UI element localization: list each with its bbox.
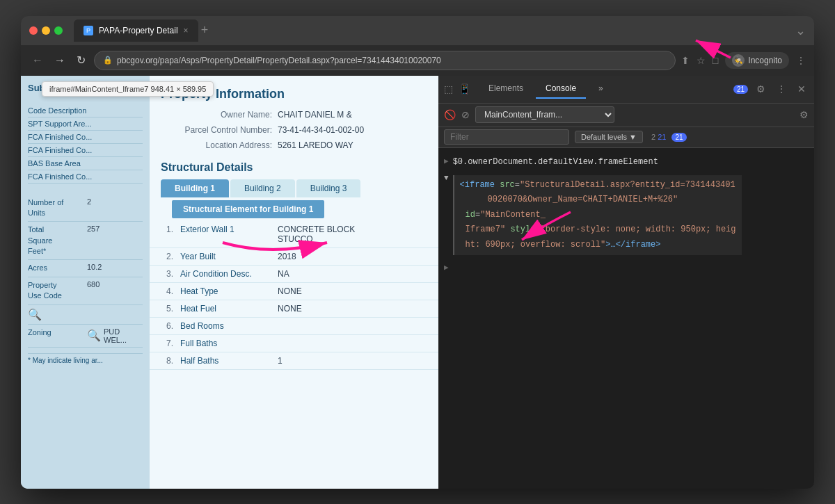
- sidebar-item-fca1: FCA Finished Co...: [28, 131, 143, 144]
- console-line-1: ▶ $0.ownerDocument.defaultView.frameElem…: [444, 154, 809, 170]
- info-row-parcel: Parcel Control Number: 73-41-44-34-01-00…: [150, 122, 438, 138]
- owner-value: CHAIT DANIEL M &: [278, 110, 352, 120]
- struct-num-5: 5.: [166, 304, 180, 314]
- address-input[interactable]: 🔒 pbcgov.org/papa/Asps/PropertyDetail/Pr…: [94, 51, 676, 70]
- data-row-acres: Acres 10.2: [28, 260, 143, 277]
- struct-num-6: 6.: [166, 321, 180, 331]
- new-tab-button[interactable]: +: [201, 23, 209, 38]
- filter-input[interactable]: [444, 129, 569, 145]
- tab-title: PAPA-Property Detail: [99, 26, 178, 35]
- struct-row-3: 3. Air Condition Desc. NA: [150, 266, 438, 283]
- tab-close-icon[interactable]: ×: [184, 26, 189, 35]
- parcel-label: Parcel Control Number:: [161, 125, 272, 135]
- browser-window: P PAPA-Property Detail × + ⌄ ← → ↻ 🔒 pbc…: [21, 16, 814, 489]
- close-devtools-icon[interactable]: ✕: [795, 81, 809, 97]
- sidebar-item-fca3: FCA Finished Co...: [28, 170, 143, 184]
- incognito-label: Incognito: [748, 56, 782, 65]
- struct-value-4: NONE: [278, 286, 302, 296]
- struct-value-5: NONE: [278, 304, 302, 314]
- console-line-2: ▼ <iframe src="StructuralDetail.aspx?ent…: [444, 170, 809, 261]
- extensions-icon[interactable]: □: [713, 55, 718, 66]
- devtools-tab-console[interactable]: Console: [536, 79, 586, 99]
- tab-bar: P PAPA-Property Detail × +: [74, 19, 790, 42]
- struct-label-8: Half Baths: [180, 356, 278, 366]
- active-tab[interactable]: P PAPA-Property Detail ×: [74, 19, 198, 42]
- incognito-button[interactable]: 🕵 Incognito: [725, 52, 789, 69]
- struct-num-7: 7.: [166, 339, 180, 348]
- sidebar-item-fca2: FCA Finished Co...: [28, 144, 143, 157]
- structural-element-header: Structural Element for Building 1: [172, 200, 324, 218]
- sidebar-item-code: Code Description: [28, 104, 143, 117]
- property-panel: Property Information Owner Name: CHAIT D…: [150, 76, 438, 489]
- arrow-expand-1: ▶: [444, 156, 449, 168]
- console-clear-icon[interactable]: 🚫: [444, 109, 456, 120]
- address-label: Location Address:: [161, 140, 272, 150]
- owner-label: Owner Name:: [161, 110, 272, 120]
- struct-row-6: 6. Bed Rooms: [150, 318, 438, 335]
- struct-row-5: 5. Heat Fuel NONE: [150, 300, 438, 318]
- sidebar-item-label: FCA Finished Co...: [28, 172, 92, 181]
- building-tab-3[interactable]: Building 3: [296, 179, 361, 197]
- back-button[interactable]: ←: [29, 51, 46, 70]
- struct-label-6: Bed Rooms: [180, 321, 278, 331]
- sidebar-item-bas: BAS Base Area: [28, 157, 143, 170]
- struct-num-1: 1.: [166, 225, 180, 234]
- device-icon[interactable]: 📱: [459, 83, 470, 95]
- data-value-sqft: 257: [87, 225, 100, 233]
- url-text: pbcgov.org/papa/Asps/PropertyDetail/Prop…: [117, 56, 441, 65]
- inspect-icon[interactable]: ⬚: [444, 83, 453, 95]
- tooltip-text: iframe#MainContent_Iframe7 948.41 × 589.…: [49, 85, 206, 93]
- struct-label-2: Year Built: [180, 252, 278, 261]
- sidebar-item-label: Code Description: [28, 106, 86, 115]
- data-label-use-code: PropertyUse Code: [28, 280, 87, 302]
- data-value-units: 2: [87, 197, 91, 206]
- data-label-units: Number ofUnits: [28, 197, 87, 219]
- struct-num-3: 3.: [166, 269, 180, 279]
- devtools-content[interactable]: ▶ $0.ownerDocument.defaultView.frameElem…: [438, 148, 814, 489]
- devtools-panel: ⬚ 📱 Elements Console » 21 ⚙ ⋮ ✕: [438, 76, 814, 489]
- structural-title: Structural Details: [150, 153, 438, 179]
- sidebar-data-section: Number ofUnits 2 TotalSquareFeet* 257 Ac…: [28, 195, 143, 348]
- traffic-lights: [29, 26, 63, 35]
- sidebar-item-label: SPT Support Are...: [28, 120, 92, 128]
- more-icon[interactable]: ⋮: [796, 55, 806, 66]
- sidebar-item-label: FCA Finished Co...: [28, 146, 92, 154]
- address-bar: ← → ↻ 🔒 pbcgov.org/papa/Asps/PropertyDet…: [21, 45, 814, 76]
- context-select[interactable]: MainContent_Ifram...: [475, 106, 614, 123]
- data-row-zoning: 🔍: [28, 305, 143, 325]
- tab-console-label: Console: [546, 83, 576, 93]
- close-button[interactable]: [29, 26, 38, 35]
- building-tab-2[interactable]: Building 2: [230, 179, 295, 197]
- console-filter-icon[interactable]: ⊘: [461, 109, 470, 120]
- struct-label-5: Heat Fuel: [180, 304, 278, 314]
- info-row-owner: Owner Name: CHAIT DANIEL M &: [150, 107, 438, 122]
- bookmark-icon[interactable]: ☆: [697, 55, 706, 66]
- title-bar: P PAPA-Property Detail × + ⌄: [21, 16, 814, 45]
- building-tab-3-label: Building 3: [310, 184, 347, 193]
- sidebar-item-label: FCA Finished Co...: [28, 133, 92, 141]
- forward-button[interactable]: →: [51, 51, 68, 70]
- struct-value-3: NA: [278, 269, 289, 279]
- arrow-expand-2: ▼: [444, 172, 449, 184]
- console-gear-icon[interactable]: ⚙: [800, 109, 809, 120]
- data-value-acres: 10.2: [87, 263, 102, 271]
- devtools-tab-more[interactable]: »: [589, 79, 613, 99]
- refresh-button[interactable]: ↻: [74, 51, 88, 70]
- minimize-button[interactable]: [42, 26, 50, 35]
- devtools-tab-elements[interactable]: Elements: [479, 79, 533, 99]
- building-tab-1[interactable]: Building 1: [161, 179, 229, 197]
- struct-num-8: 8.: [166, 356, 180, 366]
- parcel-value: 73-41-44-34-01-002-00: [278, 125, 364, 135]
- settings-icon[interactable]: ⚙: [754, 81, 768, 97]
- levels-button[interactable]: Default levels ▼: [575, 131, 643, 143]
- devtools-filter-bar: Default levels ▼ 2 21 21: [438, 127, 814, 148]
- tab-elements-label: Elements: [488, 83, 523, 93]
- browser-menu-icon[interactable]: ⌄: [795, 23, 806, 38]
- more-options-icon[interactable]: ⋮: [774, 81, 789, 97]
- data-row-units: Number ofUnits 2: [28, 195, 143, 222]
- footer-note-text: * May indicate living ar...: [28, 357, 103, 364]
- maximize-button[interactable]: [54, 26, 63, 35]
- share-icon[interactable]: ⬆: [681, 55, 690, 66]
- address-value: 5261 LAREDO WAY: [278, 140, 353, 150]
- data-label-sqft: TotalSquareFeet*: [28, 225, 87, 257]
